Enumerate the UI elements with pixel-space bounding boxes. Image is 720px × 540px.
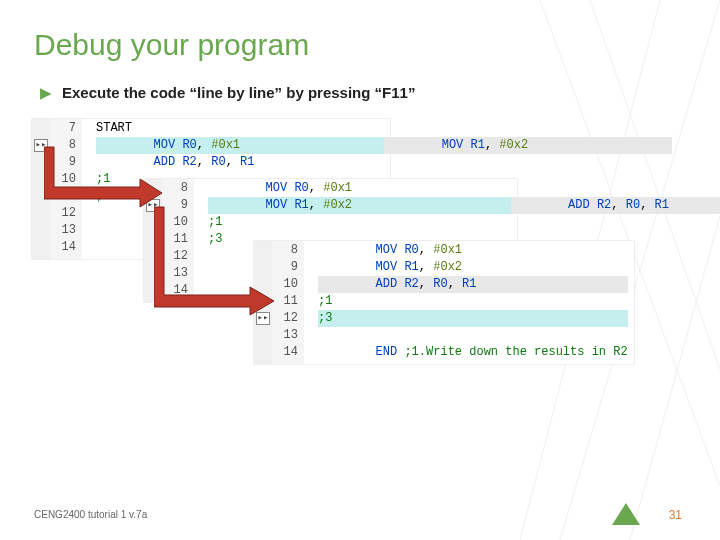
line-number: 7	[56, 120, 76, 137]
code-line: MOV R1, #0x2	[384, 137, 672, 154]
line-number: 9	[278, 259, 298, 276]
code-line: MOV R0, #0x1	[208, 180, 511, 197]
footer-left: CENG2400 tutorial 1 v.7a	[34, 509, 147, 520]
code-line: ADD R2, R0, R1	[511, 197, 721, 214]
page-number: 31	[669, 508, 682, 522]
line-number: 14	[56, 239, 76, 256]
code-window-3: ▸▸ 891011121314 MOV R0, #0x1 MOV R1, #0x…	[254, 241, 634, 364]
code-screenshots: ▸▸ 7891011121314 START MOV R0, #0x1 MOV …	[24, 119, 686, 419]
slide: Debug your program ▶ Execute the code “l…	[0, 0, 720, 540]
line-number: 10	[278, 276, 298, 293]
step-arrow-2	[154, 203, 276, 323]
bullet-text: Execute the code “line by line” by press…	[62, 84, 415, 101]
step-arrow-1	[44, 143, 164, 215]
bullet-arrow-icon: ▶	[40, 85, 52, 100]
code-line: END ;1.Write down the results in R2	[318, 344, 628, 361]
line-number: 8	[278, 242, 298, 259]
code-line: ;3	[318, 310, 628, 327]
code-line: MOV R1, #0x2	[318, 259, 628, 276]
page-title: Debug your program	[34, 28, 686, 62]
line-number: 8	[168, 180, 188, 197]
code-line: ;1	[318, 293, 628, 310]
code-lines: MOV R0, #0x1 MOV R1, #0x2 ADD R2, R0, R1…	[304, 241, 634, 364]
code-line	[318, 327, 628, 344]
line-number: 13	[56, 222, 76, 239]
code-line: ADD R2, R0, R1	[318, 276, 628, 293]
line-number: 11	[278, 293, 298, 310]
line-number: 14	[278, 344, 298, 361]
line-number: 12	[278, 310, 298, 327]
line-number: 13	[278, 327, 298, 344]
code-line: START	[96, 120, 384, 137]
bullet-item: ▶ Execute the code “line by line” by pre…	[40, 84, 686, 101]
code-line: MOV R0, #0x1	[318, 242, 628, 259]
line-number-gutter: 891011121314	[272, 241, 304, 364]
